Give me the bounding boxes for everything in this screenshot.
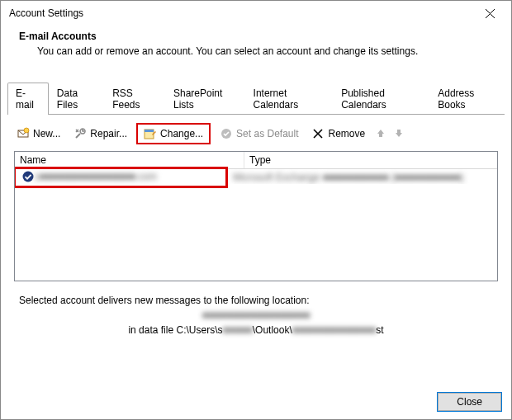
heading-area: E-mail Accounts You can add or remove an… (1, 26, 511, 70)
heading-title: E-mail Accounts (19, 31, 498, 42)
window-title: Account Settings (9, 7, 473, 19)
tab-address-books[interactable]: Address Books (429, 83, 505, 115)
new-button[interactable]: New... (12, 125, 64, 143)
arrow-up-icon (376, 128, 386, 138)
column-type[interactable]: Type (244, 152, 497, 168)
close-icon (486, 9, 495, 18)
svg-point-3 (24, 128, 29, 133)
change-label: Change... (160, 128, 203, 139)
delivery-path-prefix: in data file C:\Users\s (128, 324, 222, 336)
new-label: New... (33, 128, 60, 139)
arrow-down-icon (394, 128, 404, 138)
window-close-button[interactable] (473, 2, 506, 25)
tab-published-calendars[interactable]: Published Calendars (333, 83, 429, 115)
repair-button[interactable]: Repair... (69, 125, 131, 143)
change-icon (144, 127, 157, 140)
delivery-path-outlook: \Outlook\ (253, 324, 292, 336)
row-type-value: Microsoft Exchange ■■■■■■■■■■■ (■■■■■■■■… (233, 172, 464, 183)
column-name[interactable]: Name (15, 152, 244, 168)
check-circle-icon (220, 127, 233, 140)
toolbar: New... Repair... Change... (7, 123, 505, 144)
change-button-highlight: Change... (136, 123, 211, 144)
account-settings-window: Account Settings E-mail Accounts You can… (0, 0, 512, 420)
tab-strip: E-mail Data Files RSS Feeds SharePoint L… (7, 82, 505, 114)
close-button[interactable]: Close (438, 393, 501, 411)
repair-label: Repair... (90, 128, 127, 139)
move-down-button[interactable] (392, 128, 405, 140)
delivery-path-part1: ■■■■■ (222, 324, 252, 336)
delivery-account-value: ■■■■■■■■■■■■■■■■■■ (202, 309, 310, 321)
delivery-path: in data file C:\Users\s■■■■■\Outlook\■■■… (19, 324, 493, 336)
row-type-cell: Microsoft Exchange ■■■■■■■■■■■ (■■■■■■■■… (228, 169, 497, 184)
set-default-label: Set as Default (236, 128, 298, 139)
delivery-intro: Selected account delivers new messages t… (19, 295, 493, 306)
change-button[interactable]: Change... (143, 126, 204, 141)
move-up-button[interactable] (374, 128, 387, 140)
tab-email[interactable]: E-mail (7, 83, 49, 115)
remove-button[interactable]: Remove (307, 125, 369, 143)
tab-panel: New... Repair... Change... (7, 114, 505, 341)
repair-icon (73, 127, 87, 140)
delivery-account: ■■■■■■■■■■■■■■■■■■ (19, 309, 493, 321)
accounts-list: Name Type s■■■■■■■■■■■■■■■■.com Microsof… (14, 151, 498, 281)
svg-rect-5 (145, 130, 154, 132)
tab-internet-calendars[interactable]: Internet Calendars (245, 83, 334, 115)
remove-icon (311, 127, 325, 140)
remove-label: Remove (328, 128, 365, 139)
set-default-button: Set as Default (216, 125, 302, 143)
delivery-info: Selected account delivers new messages t… (7, 281, 505, 341)
delivery-path-suffix: st (376, 324, 383, 336)
new-icon (17, 127, 30, 140)
delivery-path-part2: ■■■■■■■■■■■■■■ (292, 324, 376, 336)
heading-subtitle: You can add or remove an account. You ca… (19, 45, 498, 57)
row-highlight-annotation (14, 167, 228, 188)
tab-data-files[interactable]: Data Files (49, 83, 104, 115)
titlebar: Account Settings (1, 1, 511, 26)
tab-sharepoint-lists[interactable]: SharePoint Lists (165, 83, 245, 115)
tab-rss-feeds[interactable]: RSS Feeds (104, 83, 165, 115)
footer: Close (438, 393, 501, 411)
